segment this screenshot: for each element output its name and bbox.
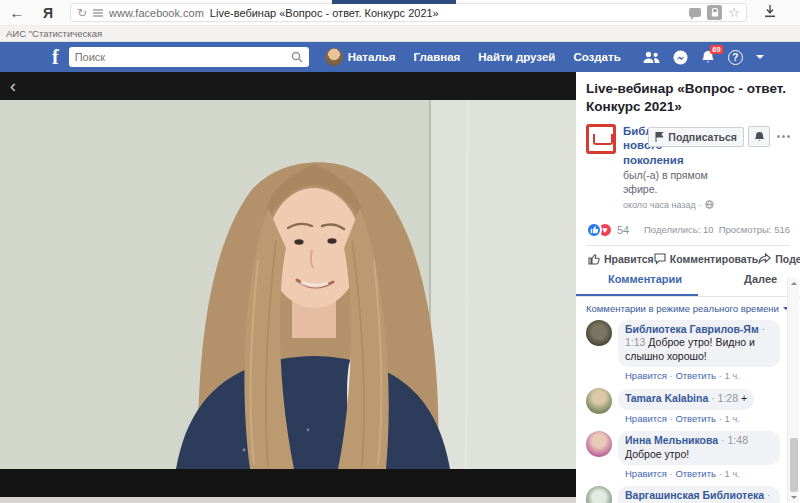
dot-separator: · [711, 392, 715, 404]
user-avatar[interactable] [325, 48, 343, 66]
bookmarks-bar: АИС "Статистическая [0, 26, 800, 42]
search-icon[interactable] [291, 51, 303, 63]
realtime-comments-row[interactable]: Комментарии в режиме реального времени [586, 303, 790, 314]
commenter-name[interactable]: Tamara Kalabina [625, 392, 708, 404]
comment-item: Tamara Kalabina · 1:28 + Нравится · Отве… [586, 388, 780, 424]
commenter-name[interactable]: Варгашинская Библиотека [625, 489, 764, 501]
video-sidebar: Live-вебинар «Вопрос - ответ. Конкурс 20… [576, 72, 800, 503]
active-tab-indicator[interactable] [332, 0, 456, 4]
shares-count[interactable]: Поделились: 10 [644, 224, 714, 235]
commenter-avatar[interactable] [586, 320, 612, 346]
share-button[interactable]: Поделиться [758, 253, 800, 265]
reactions[interactable]: ♥ 54 [586, 222, 629, 238]
profile-link[interactable]: Наталья [325, 48, 396, 66]
reactions-count[interactable]: 54 [617, 224, 629, 236]
comment-reply-link[interactable]: Ответить [675, 468, 716, 479]
comment-timecode[interactable]: 1:13 [625, 336, 645, 348]
search-input[interactable] [75, 51, 291, 63]
like-button[interactable]: Нравится [588, 253, 654, 265]
dot-separator: · [699, 200, 702, 210]
dot-separator: · [670, 413, 673, 424]
comment-age: 1 ч. [724, 370, 740, 381]
views-count: Просмотры: 516 [719, 224, 790, 235]
yandex-logo[interactable]: Я [33, 5, 63, 21]
commenter-avatar[interactable] [586, 431, 612, 457]
follow-label: Подписаться [668, 131, 737, 143]
facebook-logo[interactable]: f [52, 47, 59, 67]
bookmark-star-icon[interactable]: ☆ [728, 6, 740, 19]
like-label: Нравится [604, 253, 654, 265]
dot-separator: · [719, 413, 722, 424]
address-page-title: Live-вебинар «Вопрос - ответ. Конкурс 20… [210, 7, 439, 19]
video-top-bar: ‹ [0, 72, 576, 100]
messenger-icon[interactable] [673, 50, 688, 65]
back-icon[interactable]: ← [8, 4, 26, 21]
account-menu-caret-icon[interactable] [756, 55, 764, 63]
nav-create[interactable]: Создать [573, 51, 620, 63]
more-options-icon[interactable] [777, 135, 790, 138]
notifications-icon[interactable]: 69 [701, 50, 715, 65]
comment-like-link[interactable]: Нравится [625, 468, 667, 479]
comment-text: Доброе утро! [625, 448, 689, 460]
bookmark-item[interactable]: АИС "Статистическая [6, 28, 102, 39]
comments-bubble-icon[interactable] [689, 8, 701, 17]
timestamp[interactable]: около часа назад [623, 200, 696, 210]
realtime-comments-label[interactable]: Комментарии в режиме реального времени [586, 303, 779, 314]
video-title: Live-вебинар «Вопрос - ответ. Конкурс 20… [586, 80, 790, 115]
comment-button[interactable]: Комментировать [654, 253, 759, 265]
comments-scrollbar[interactable] [787, 278, 799, 503]
scroll-up-icon[interactable] [791, 282, 797, 285]
comment-item: Варгашинская Библиотека · 1:51 Здравству… [586, 486, 780, 503]
messenger-glyph [673, 50, 688, 65]
live-status: был(-а) в прямом эфире. [623, 169, 715, 196]
page-info-row: Библиотека нового поколения был(-а) в пр… [586, 124, 790, 209]
comment-reply-link[interactable]: Ответить [675, 413, 716, 424]
search-box[interactable] [69, 47, 309, 67]
subscribe-bell-button[interactable] [748, 126, 770, 147]
comment-timecode[interactable]: 1:48 [728, 434, 748, 446]
flag-icon [655, 132, 664, 142]
tab-more[interactable]: Далее [744, 273, 777, 297]
user-name[interactable]: Наталья [348, 51, 396, 63]
dot-separator: · [721, 434, 725, 446]
commenter-name[interactable]: Инна Мельникова [625, 434, 718, 446]
nav-find-friends[interactable]: Найти друзей [478, 51, 555, 63]
follow-button[interactable]: Подписаться [648, 127, 744, 147]
comment-age: 1 ч. [724, 413, 740, 424]
url-text[interactable]: www.facebook.com [109, 7, 204, 19]
comment-like-link[interactable]: Нравится [625, 413, 667, 424]
scroll-down-icon[interactable] [791, 496, 797, 499]
stats-row: ♥ 54 Поделились: 10 Просмотры: 516 [586, 222, 790, 238]
comment-item: Инна Мельникова · 1:48 Доброе утро! Нрав… [586, 431, 780, 479]
comment-like-link[interactable]: Нравится [625, 370, 667, 381]
live-video[interactable] [0, 100, 576, 469]
comment-text: Доброе утро! Видно и слышно хорошо! [625, 336, 755, 362]
comment-meta: Нравится · Ответить · 1 ч. [625, 413, 780, 424]
action-buttons-row: Нравится Комментировать Поделиться [586, 245, 790, 265]
address-bar[interactable]: ↻ www.facebook.com Live-вебинар «Вопрос … [70, 3, 747, 22]
notification-badge: 69 [710, 45, 722, 55]
comment-reply-link[interactable]: Ответить [675, 370, 716, 381]
video-back-icon[interactable]: ‹ [10, 77, 16, 95]
help-icon[interactable]: ? [728, 50, 743, 65]
video-scene [0, 100, 576, 469]
nav-home[interactable]: Главная [414, 51, 461, 63]
commenter-name[interactable]: Библиотека Гаврилов-Ям [625, 323, 759, 335]
share-label: Поделиться [775, 253, 800, 265]
scrollbar-thumb[interactable] [790, 438, 798, 492]
commenter-avatar[interactable] [586, 486, 612, 503]
comment-timecode[interactable]: 1:28 [718, 392, 738, 404]
friend-requests-icon[interactable] [643, 51, 660, 64]
people-glyph [643, 51, 660, 64]
video-bottom-bar [0, 469, 576, 497]
downloads-icon[interactable] [764, 4, 776, 22]
commenter-avatar[interactable] [586, 388, 612, 414]
thumb-glyph [590, 225, 599, 234]
dot-separator: · [762, 323, 766, 335]
protect-lock-icon[interactable] [707, 5, 722, 20]
refresh-icon[interactable]: ↻ [77, 6, 87, 20]
page-logo[interactable] [586, 124, 616, 154]
like-reaction-icon[interactable] [586, 222, 602, 238]
comment-age: 1 ч. [724, 468, 740, 479]
dot-separator: · [670, 468, 673, 479]
